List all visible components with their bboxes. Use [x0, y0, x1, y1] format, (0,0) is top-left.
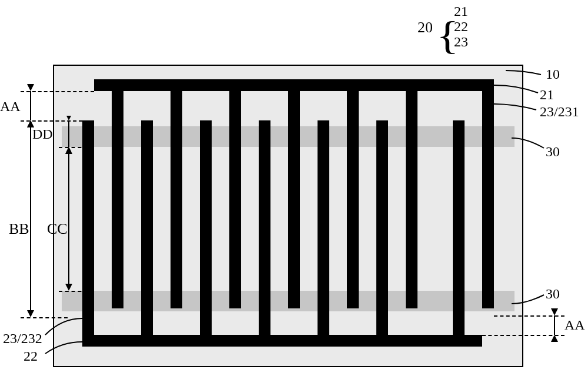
dim-AA-bot: AA: [564, 317, 585, 333]
arrow-up-icon: [551, 335, 558, 342]
dim-line: [30, 125, 31, 313]
dim-line: [68, 120, 69, 147]
leader-line: [44, 317, 85, 338]
leader-line: [494, 82, 541, 100]
top-finger: [229, 79, 241, 308]
top-finger: [406, 79, 417, 308]
callout-10: 10: [546, 66, 560, 82]
legend-item-21: 21: [454, 4, 468, 19]
top-finger: [288, 79, 300, 308]
leader-line: [512, 292, 547, 307]
arrow-down-icon: [27, 84, 34, 91]
leader-line: [44, 341, 85, 358]
leader-line: [494, 101, 540, 116]
leader-line: [512, 135, 547, 153]
dim-line: [68, 152, 69, 287]
bottom-finger: [376, 120, 388, 347]
legend-item-23: 23: [454, 34, 468, 50]
dash-line: [59, 147, 94, 148]
legend-item-22: 22: [454, 19, 468, 35]
dim-DD: DD: [32, 126, 53, 142]
callout-21: 21: [540, 87, 554, 103]
bottom-finger: [200, 120, 212, 347]
dim-line: [30, 91, 31, 120]
callout-22: 22: [24, 348, 38, 364]
leader-line: [506, 68, 547, 79]
dim-AA-top: AA: [0, 99, 21, 115]
arrow-down-icon: [66, 116, 71, 120]
bottom-finger: [82, 120, 94, 347]
bottom-finger: [259, 120, 270, 347]
figure-canvas: 20 { 21 22 23 AA DD BB: [0, 0, 588, 383]
dim-CC: CC: [47, 220, 68, 238]
bottom-finger: [141, 120, 153, 347]
bottom-finger: [453, 120, 465, 347]
callout-23-231: 23/231: [540, 104, 579, 120]
callout-23-232: 23/232: [3, 331, 42, 347]
callout-30-top: 30: [546, 144, 560, 160]
top-finger: [171, 79, 182, 308]
arrow-down-icon: [551, 308, 558, 315]
bottom-finger: [318, 120, 329, 347]
dim-line: [554, 315, 555, 335]
legend-group-20: 20: [417, 19, 433, 36]
top-finger: [482, 79, 494, 308]
arrow-down-icon: [65, 284, 72, 291]
callout-30-bot: 30: [546, 286, 560, 302]
top-finger: [347, 79, 359, 308]
dash-line: [59, 291, 94, 292]
arrow-down-icon: [27, 310, 34, 317]
dash-line: [21, 91, 94, 92]
top-finger: [112, 79, 123, 308]
dim-BB: BB: [9, 220, 29, 238]
